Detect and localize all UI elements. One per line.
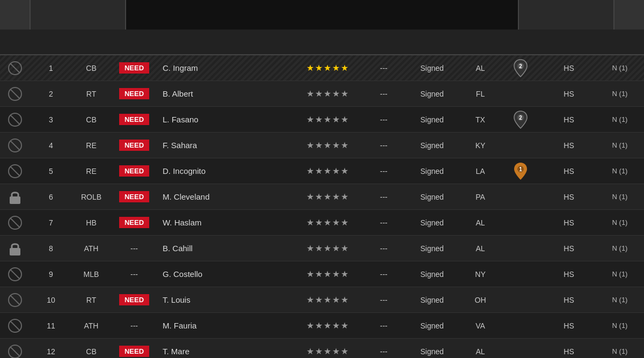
int-cell: --- xyxy=(365,322,402,330)
st-cell: AL xyxy=(462,347,499,356)
offer-cell: N (1) xyxy=(596,141,644,149)
svg-text:2: 2 xyxy=(519,63,522,69)
name-cell: D. Incognito xyxy=(158,166,290,176)
pos-cell: HB xyxy=(72,218,110,227)
svg-text:1: 1 xyxy=(519,166,522,172)
offer-cell: N (1) xyxy=(596,115,644,123)
top-bar xyxy=(0,0,644,30)
offer-cell: N (1) xyxy=(596,322,644,330)
table-row[interactable]: 12CBNeedT. Mare★★★★★---SignedALHSN (1) xyxy=(0,339,644,358)
rating-cell: ★★★★★ xyxy=(290,63,365,73)
int-cell: --- xyxy=(365,193,402,201)
st-cell: TX xyxy=(462,115,499,124)
tar-cell xyxy=(0,267,30,282)
tar-cell xyxy=(0,344,30,359)
class-cell: HS xyxy=(542,90,596,98)
stage-cell: Signed xyxy=(402,64,462,72)
rank-cell: 3 xyxy=(30,115,72,124)
pipe-cell: 2 xyxy=(499,58,542,78)
stage-cell: Signed xyxy=(402,322,462,330)
table-row[interactable]: 10RTNeedT. Louis★★★★★---SignedOHHSN (1) xyxy=(0,287,644,313)
pos-cell: ROLB xyxy=(72,193,110,201)
pos-cell: ATH xyxy=(72,322,110,330)
svg-line-11 xyxy=(10,141,20,150)
table-row[interactable]: 1CBNeedC. Ingram★★★★★---SignedAL2HSN (1) xyxy=(0,55,644,81)
top-bar-right xyxy=(518,0,644,30)
rank-cell: 5 xyxy=(30,167,72,176)
rating-cell: ★★★★★ xyxy=(290,217,365,228)
st-cell: LA xyxy=(462,167,499,176)
rank-cell: 4 xyxy=(30,141,72,150)
int-cell: --- xyxy=(365,244,402,253)
svg-line-27 xyxy=(10,347,20,356)
state-filter[interactable] xyxy=(518,0,614,30)
offer-cell: N (1) xyxy=(596,218,644,227)
offer-cell: N (1) xyxy=(596,193,644,201)
need-cell: Need xyxy=(110,191,158,202)
rank-cell: 8 xyxy=(30,244,72,253)
pos-cell: RT xyxy=(72,296,110,304)
rank-cell: 9 xyxy=(30,270,72,279)
class-cell: HS xyxy=(542,141,596,150)
int-cell: --- xyxy=(365,115,402,124)
offer-cell: N (1) xyxy=(596,270,644,278)
stage-cell: Signed xyxy=(402,90,462,98)
pipe-cell: 1 xyxy=(499,161,542,181)
class-cell: HS xyxy=(542,64,596,72)
st-cell: AL xyxy=(462,244,499,253)
svg-line-5 xyxy=(10,89,20,99)
l2-button[interactable] xyxy=(0,0,30,30)
need-cell: Need xyxy=(110,217,158,228)
int-cell: --- xyxy=(365,64,402,72)
pos-cell: ATH xyxy=(72,244,110,253)
filter-any[interactable] xyxy=(30,0,126,30)
svg-line-23 xyxy=(10,295,20,305)
table-row[interactable]: 6ROLBNeedM. Cleveland★★★★★---SignedPAHSN… xyxy=(0,184,644,210)
int-cell: --- xyxy=(365,218,402,227)
rating-cell: ★★★★★ xyxy=(290,346,365,356)
name-cell: T. Louis xyxy=(158,295,290,304)
need-cell: Need xyxy=(110,346,158,357)
table-row[interactable]: 8ATH---B. Cahill★★★★★---SignedALHSN (1) xyxy=(0,236,644,261)
r2-button[interactable] xyxy=(614,0,644,30)
pos-cell: CB xyxy=(72,115,110,124)
int-cell: --- xyxy=(365,270,402,279)
name-cell: B. Albert xyxy=(158,89,290,98)
rating-cell: ★★★★★ xyxy=(290,114,365,125)
name-cell: L. Fasano xyxy=(158,115,290,124)
table-row[interactable]: 2RTNeedB. Albert★★★★★---SignedFLHSN (1) xyxy=(0,81,644,107)
int-cell: --- xyxy=(365,347,402,356)
offer-cell: N (1) xyxy=(596,244,644,252)
int-cell: --- xyxy=(365,90,402,98)
offer-cell: N (1) xyxy=(596,167,644,175)
offer-cell: N (1) xyxy=(596,90,644,98)
table-row[interactable]: 11ATH---M. Fauria★★★★★---SignedVAHSN (1) xyxy=(0,313,644,339)
int-cell: --- xyxy=(365,296,402,304)
need-cell: Need xyxy=(110,88,158,99)
tar-cell xyxy=(0,112,30,127)
need-cell: --- xyxy=(110,322,158,330)
class-cell: HS xyxy=(542,218,596,227)
tar-cell xyxy=(0,215,30,230)
rank-cell: 6 xyxy=(30,193,72,201)
need-cell: Need xyxy=(110,140,158,151)
table-row[interactable]: 3CBNeedL. Fasano★★★★★---SignedTX2HSN (1) xyxy=(0,107,644,133)
recruit-table: 1CBNeedC. Ingram★★★★★---SignedAL2HSN (1)… xyxy=(0,55,644,358)
need-cell: Need xyxy=(110,114,158,125)
stage-cell: Signed xyxy=(402,296,462,304)
stage-cell: Signed xyxy=(402,218,462,227)
table-row[interactable]: 4RENeedF. Sahara★★★★★---SignedKYHSN (1) xyxy=(0,133,644,158)
st-cell: PA xyxy=(462,193,499,201)
rating-cell: ★★★★★ xyxy=(290,166,365,176)
svg-text:2: 2 xyxy=(519,115,522,121)
table-row[interactable]: 7HBNeedW. Haslam★★★★★---SignedALHSN (1) xyxy=(0,210,644,236)
rank-cell: 10 xyxy=(30,296,72,304)
table-row[interactable]: 9MLB---G. Costello★★★★★---SignedNYHSN (1… xyxy=(0,261,644,287)
tar-cell xyxy=(0,164,30,179)
svg-rect-19 xyxy=(10,248,20,255)
stage-cell: Signed xyxy=(402,244,462,253)
table-row[interactable]: 5RENeedD. Incognito★★★★★---SignedLA1HSN … xyxy=(0,158,644,184)
st-cell: VA xyxy=(462,322,499,330)
svg-line-21 xyxy=(10,269,20,279)
stage-cell: Signed xyxy=(402,167,462,176)
